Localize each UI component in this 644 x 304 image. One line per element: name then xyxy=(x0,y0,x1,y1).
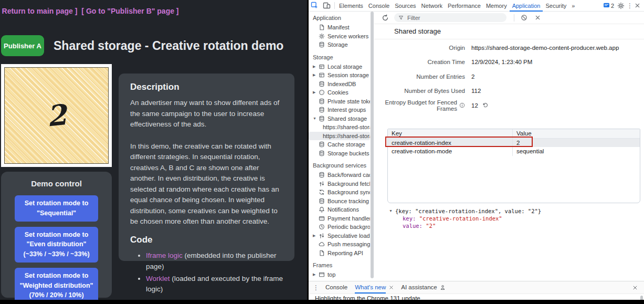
sidebar-item-local-storage[interactable]: Local storage xyxy=(309,62,370,71)
sidebar-item-background-fetch[interactable]: Background fetch xyxy=(309,180,370,188)
expand-arrow-icon[interactable] xyxy=(313,234,319,238)
creative-number: 2 xyxy=(45,98,68,133)
screen: [ Return to main page ] [ Go to "Publish… xyxy=(0,0,644,304)
tab-network[interactable]: Network xyxy=(419,0,445,12)
collapse-arrow-icon[interactable] xyxy=(313,117,319,120)
sidebar-item-cookies[interactable]: Cookies xyxy=(309,88,370,97)
expand-arrow-icon[interactable] xyxy=(313,272,319,277)
sidebar-item-bounce-tracking[interactable]: Bounce tracking miti… xyxy=(309,197,370,206)
tab-application[interactable]: Application xyxy=(510,0,543,12)
cookie-icon xyxy=(319,89,325,96)
publisher-b-link[interactable]: [ Go to "Publisher B" page ] xyxy=(81,7,178,15)
inspect-element-icon[interactable] xyxy=(311,2,319,9)
sidebar-item-push-messaging[interactable]: Push messaging xyxy=(309,240,370,249)
table-row[interactable]: creative-rotation-index 2 xyxy=(388,139,640,148)
drawer-menu-icon[interactable] xyxy=(313,284,318,291)
drawer-tab-console[interactable]: Console xyxy=(325,281,347,293)
expand-arrow-icon[interactable] xyxy=(313,90,319,95)
sidebar-item-private-state-tokens[interactable]: Private state tokens xyxy=(309,97,370,106)
expand-arrow-icon[interactable] xyxy=(313,73,319,77)
tab-security[interactable]: Security xyxy=(543,0,569,12)
sidebar-item-manifest[interactable]: Manifest xyxy=(309,23,370,32)
preview-entry[interactable]: value: "2" xyxy=(374,222,644,229)
sidebar-item-storage[interactable]: Storage xyxy=(309,40,370,49)
tab-console[interactable]: Console xyxy=(366,0,392,12)
main-toolbar xyxy=(374,12,644,24)
expand-arrow-icon[interactable] xyxy=(313,65,319,69)
iframe-logic-link[interactable]: Iframe logic xyxy=(146,251,183,259)
sidebar-item-shared-storage[interactable]: Shared storage xyxy=(309,114,370,123)
tab-performance[interactable]: Performance xyxy=(445,0,483,12)
sidebar-item-service-workers[interactable]: Service workers xyxy=(309,32,370,41)
sidebar-item-indexeddb[interactable]: IndexedDB xyxy=(309,80,370,89)
shared-storage-main-pane: Shared storage Origin https://shared-sto… xyxy=(374,12,644,278)
database-icon xyxy=(319,141,325,148)
property-value: "creative-rotation-index" xyxy=(419,215,502,222)
tab-sources[interactable]: Sources xyxy=(392,0,418,12)
devtools-divider[interactable] xyxy=(307,0,309,300)
delete-selected-icon[interactable] xyxy=(535,15,541,20)
preview-entry[interactable]: key: "creative-rotation-index" xyxy=(374,215,644,222)
publisher-demo-page: [ Return to main page ] [ Go to "Publish… xyxy=(0,0,307,300)
drawer-tab-whats-new[interactable]: What's new xyxy=(355,281,386,293)
ad-creative: 2 xyxy=(4,67,109,164)
sidebar-item-notifications[interactable]: Notifications xyxy=(309,205,370,214)
close-devtools-icon[interactable] xyxy=(635,3,640,8)
issues-chat-icon[interactable] xyxy=(603,2,610,9)
clear-all-icon[interactable] xyxy=(521,14,527,21)
set-sequential-button[interactable]: Set rotation mode to "Sequential" xyxy=(15,195,98,222)
table-row[interactable]: creative-rotation-mode sequential xyxy=(388,147,640,156)
field-label: Origin xyxy=(374,45,465,51)
return-to-main-link[interactable]: [ Return to main page ] xyxy=(0,7,77,15)
whats-new-headline[interactable]: Highlights from the Chrome 131 update xyxy=(309,294,644,300)
sidebar-item-back-forward-cache[interactable]: Back/forward cache xyxy=(309,171,370,180)
close-drawer-icon[interactable] xyxy=(632,285,638,290)
funnel-icon xyxy=(398,15,404,20)
cloud-icon xyxy=(319,241,325,247)
filter-box[interactable] xyxy=(394,13,506,22)
page-title: Shared storage - Creative rotation demo xyxy=(54,39,283,53)
filter-input[interactable] xyxy=(406,14,492,22)
sidebar-item-storage-buckets[interactable]: Storage buckets xyxy=(309,149,370,158)
sidebar-item-interest-groups[interactable]: Interest groups xyxy=(309,106,370,114)
drawer-tab-ai-assistance[interactable]: AI assistance xyxy=(401,281,445,293)
table-cell-value[interactable]: 2 xyxy=(513,139,640,148)
tab-memory[interactable]: Memory xyxy=(483,0,510,12)
sidebar-item-speculative-loads[interactable]: Speculative loads xyxy=(309,232,370,240)
description-paragraph-2: In this demo, the creative can be rotate… xyxy=(130,141,283,227)
collapse-arrow-icon[interactable] xyxy=(389,209,395,213)
settings-gear-icon[interactable] xyxy=(617,2,625,9)
close-tab-icon[interactable] xyxy=(389,285,394,290)
sidebar-item-shared-storage-origin-2[interactable]: https://shared-storage… xyxy=(309,132,370,141)
sidebar-item-payment-handler[interactable]: Payment handler xyxy=(309,214,370,223)
table-header-row[interactable]: Key Value xyxy=(388,129,640,139)
sidebar-item-top-frame[interactable]: top xyxy=(309,270,370,278)
info-icon[interactable] xyxy=(459,102,465,108)
sidebar-section-storage: Storage xyxy=(309,54,370,60)
column-header-value[interactable]: Value xyxy=(513,129,640,138)
tab-elements[interactable]: Elements xyxy=(336,0,366,12)
sidebar-item-session-storage[interactable]: Session storage xyxy=(309,71,370,80)
column-header-key[interactable]: Key xyxy=(388,129,513,138)
shared-storage-table: Key Value creative-rotation-index 2 crea… xyxy=(387,129,640,203)
reset-budget-icon[interactable] xyxy=(482,102,488,108)
demo-control-heading: Demo control xyxy=(15,179,98,188)
more-tabs-icon[interactable]: » xyxy=(569,0,577,12)
refresh-icon[interactable] xyxy=(382,14,389,22)
field-entropy-budget: Entropy Budget for Fenced Frames 12 xyxy=(374,98,644,113)
sidebar-item-reporting-api[interactable]: Reporting API xyxy=(309,249,370,258)
table-cell-value[interactable]: sequential xyxy=(513,147,640,156)
pane-splitter-scrollbar[interactable] xyxy=(370,12,374,278)
sidebar-item-background-sync[interactable]: Background sync xyxy=(309,188,370,197)
sidebar-item-cache-storage[interactable]: Cache storage xyxy=(309,140,370,149)
table-cell-key[interactable]: creative-rotation-index xyxy=(388,139,513,148)
preview-summary-row[interactable]: {key: "creative-rotation-index", value: … xyxy=(374,207,644,215)
table-cell-key[interactable]: creative-rotation-mode xyxy=(388,147,513,156)
worklet-link[interactable]: Worklet xyxy=(146,275,170,282)
set-even-distribution-button[interactable]: Set rotation mode to "Even distribution"… xyxy=(15,227,98,263)
devtools-menu-icon[interactable] xyxy=(627,2,632,9)
sidebar-item-periodic-background-sync[interactable]: Periodic backgroun… xyxy=(309,223,370,232)
set-weighted-distribution-button[interactable]: Set rotation mode to "Weighted distribut… xyxy=(15,268,98,300)
device-toolbar-icon[interactable] xyxy=(323,2,331,9)
sidebar-item-shared-storage-origin-1[interactable]: https://shared-storage… xyxy=(309,123,370,132)
